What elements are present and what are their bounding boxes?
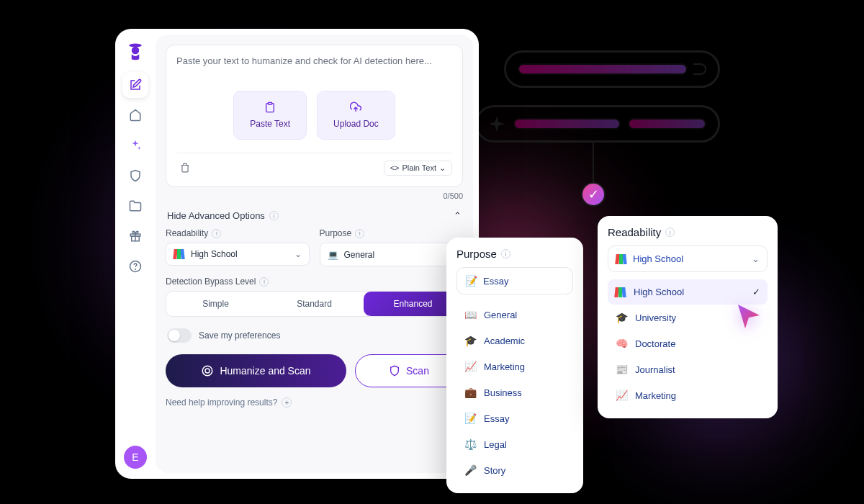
purpose-option-general[interactable]: 📖General [456, 302, 573, 328]
nav-help[interactable] [122, 253, 148, 279]
bypass-segmented: Simple Standard Enhanced [166, 291, 463, 317]
nav-home[interactable] [122, 102, 148, 128]
target-icon [201, 364, 214, 377]
check-icon: ✓ [581, 182, 606, 207]
chevron-down-icon: ⌄ [294, 249, 302, 259]
upload-cloud-icon [350, 102, 361, 113]
purpose-popup-selected[interactable]: 📝Essay [456, 267, 573, 294]
chevron-up-icon: ⌃ [454, 210, 462, 221]
sidebar: E [115, 29, 156, 479]
char-counter: 0/500 [166, 192, 463, 200]
info-icon: i [259, 277, 269, 287]
nav-edit[interactable] [122, 72, 148, 98]
info-icon: i [355, 229, 364, 238]
readability-popup-selected[interactable]: High School ⌄ [608, 246, 768, 272]
purpose-option-business[interactable]: 💼Business [456, 379, 573, 405]
readability-label: Readability [166, 228, 208, 238]
sparkle-icon [489, 116, 505, 132]
books-icon [615, 287, 626, 297]
nav-shield[interactable] [122, 163, 148, 189]
check-icon: ✓ [752, 287, 760, 297]
purpose-option-essay[interactable]: 📝Essay [456, 405, 573, 431]
save-preferences-label: Save my preferences [199, 330, 280, 341]
info-icon: i [212, 229, 221, 238]
user-avatar[interactable]: E [124, 446, 147, 469]
svg-point-1 [132, 47, 140, 55]
code-icon: <> [390, 163, 400, 172]
nav-sparkle[interactable] [122, 132, 148, 158]
readability-option-doctorate[interactable]: 🧠Doctorate [608, 330, 768, 356]
save-preferences-toggle[interactable] [167, 328, 192, 343]
essay-icon: 📝 [464, 275, 477, 287]
purpose-option-academic[interactable]: 🎓Academic [456, 328, 573, 354]
info-icon: i [269, 211, 279, 220]
upload-doc-button[interactable]: Upload Doc [317, 91, 395, 140]
paste-text-button[interactable]: Paste Text [233, 91, 307, 140]
readability-option-marketing[interactable]: 📈Marketing [608, 382, 768, 408]
books-icon [616, 254, 627, 264]
advanced-options-toggle[interactable]: Hide Advanced Optionsi ⌃ [167, 210, 462, 221]
trash-icon [180, 163, 190, 173]
chevron-down-icon: ⌄ [752, 253, 760, 264]
plus-icon: + [282, 397, 292, 408]
svg-rect-6 [268, 102, 271, 104]
svg-point-5 [135, 269, 136, 269]
app-logo[interactable] [124, 39, 147, 62]
bypass-label: Detection Bypass Level [166, 276, 256, 287]
books-icon [174, 249, 185, 259]
purpose-popup: Purposei 📝Essay 📖General 🎓Academic 📈Mark… [446, 238, 583, 493]
humanize-scan-button[interactable]: Humanize and Scan [166, 354, 346, 387]
purpose-option-marketing[interactable]: 📈Marketing [456, 354, 573, 379]
nav-folder[interactable] [122, 193, 148, 219]
bypass-standard[interactable]: Standard [265, 292, 364, 316]
info-icon: i [665, 228, 675, 237]
app-window: E Paste your text to humanize and check … [115, 29, 479, 479]
shield-icon [389, 365, 400, 377]
clipboard-icon [264, 102, 276, 113]
laptop-icon: 💻 [328, 249, 338, 260]
svg-point-8 [205, 369, 210, 373]
svg-point-7 [203, 366, 213, 376]
purpose-option-story[interactable]: 🎤Story [456, 457, 573, 483]
purpose-label: Purpose [320, 228, 352, 238]
help-link[interactable]: Need help improving results? + [166, 397, 463, 408]
clear-button[interactable] [176, 159, 194, 176]
info-icon: i [501, 249, 510, 258]
format-select[interactable]: <> Plain Text ⌄ [384, 161, 452, 176]
main-panel: Paste your text to humanize and check fo… [156, 35, 473, 473]
text-editor[interactable]: Paste your text to humanize and check fo… [166, 45, 463, 187]
cursor-icon [734, 301, 763, 330]
readability-option-journalist[interactable]: 📰Journalist [608, 356, 768, 382]
nav-gift[interactable] [122, 223, 148, 249]
decorative-bars: ✓ [504, 50, 720, 160]
editor-placeholder: Paste your text to humanize and check fo… [176, 55, 452, 66]
purpose-option-legal[interactable]: ⚖️Legal [456, 431, 573, 457]
purpose-select[interactable]: 💻 General ⌄ [320, 243, 464, 266]
bypass-simple[interactable]: Simple [166, 292, 265, 316]
readability-select[interactable]: High School ⌄ [166, 243, 310, 266]
chevron-down-icon: ⌄ [439, 163, 446, 173]
